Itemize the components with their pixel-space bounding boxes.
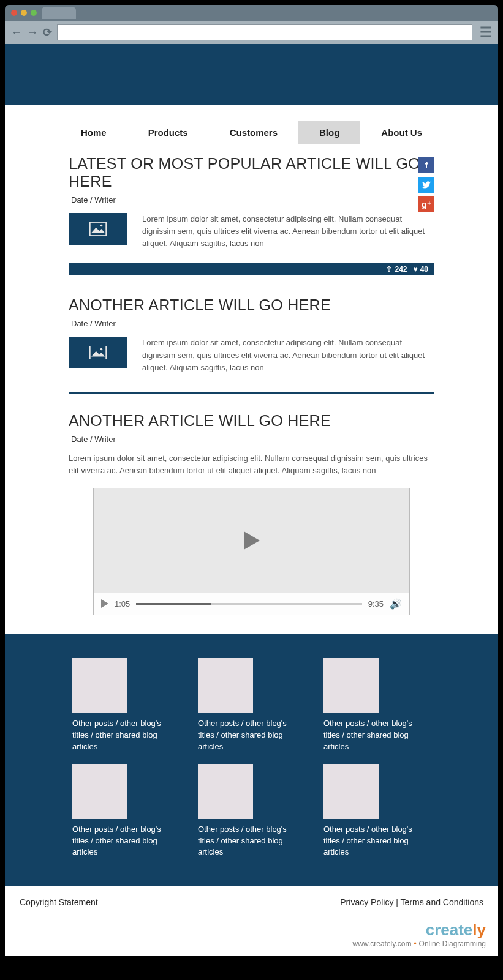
volume-icon[interactable]: 🔊: [390, 598, 402, 610]
privacy-link[interactable]: Privacy Policy: [340, 897, 393, 907]
thumbnail-placeholder: [198, 764, 253, 819]
related-card[interactable]: Other posts / other blog's titles / othe…: [198, 764, 305, 859]
window-minimize-icon[interactable]: [21, 10, 27, 16]
url-input[interactable]: [57, 24, 472, 40]
upload-count: ⇧242: [386, 265, 407, 274]
like-count: ♥40: [414, 265, 428, 274]
main-nav: Home Products Customers Blog About Us: [5, 105, 498, 155]
window-close-icon[interactable]: [11, 10, 17, 16]
page-footer: Copyright Statement Privacy Policy | Ter…: [5, 886, 498, 918]
related-title: Other posts / other blog's titles / othe…: [72, 718, 169, 753]
branding-url: www.creately.com: [353, 940, 412, 948]
article-item: ANOTHER ARTICLE WILL GO HERE Date / Writ…: [5, 412, 498, 615]
article-title: LATEST OR MOST POPULAR ARTICLE WILL GO H…: [69, 155, 434, 190]
svg-rect-0: [90, 222, 106, 236]
googleplus-share-button[interactable]: g⁺: [418, 196, 434, 212]
article-stats-bar: ⇧242 ♥40: [69, 263, 434, 275]
video-current-time: 1:05: [115, 599, 130, 608]
article-meta: Date / Writer: [71, 435, 432, 444]
article-item: ANOTHER ARTICLE WILL GO HERE Date / Writ…: [5, 296, 498, 373]
video-player: 1:05 9:35 🔊: [93, 488, 410, 615]
article-meta: Date / Writer: [71, 195, 432, 204]
branding: creately www.creately.com•Online Diagram…: [5, 918, 498, 956]
related-card[interactable]: Other posts / other blog's titles / othe…: [323, 764, 431, 859]
browser-tab[interactable]: [42, 7, 76, 19]
branding-tagline: Online Diagramming: [419, 940, 486, 948]
svg-point-3: [100, 348, 103, 351]
play-button[interactable]: [101, 599, 108, 608]
article-title: ANOTHER ARTICLE WILL GO HERE: [69, 412, 434, 430]
thumbnail-placeholder: [72, 764, 127, 819]
related-card[interactable]: Other posts / other blog's titles / othe…: [72, 764, 180, 859]
svg-rect-2: [90, 346, 106, 359]
thumbnail-placeholder: [72, 658, 127, 713]
forward-button[interactable]: →: [27, 26, 38, 39]
nav-products[interactable]: Products: [127, 121, 209, 144]
terms-link[interactable]: Terms and Conditions: [401, 897, 483, 907]
featured-article: LATEST OR MOST POPULAR ARTICLE WILL GO H…: [5, 155, 498, 250]
thumbnail-placeholder: [198, 658, 253, 713]
nav-blog[interactable]: Blog: [298, 121, 360, 144]
article-excerpt: Lorem ipsum dolor sit amet, consectetur …: [142, 213, 434, 250]
video-progress-bar[interactable]: [136, 603, 361, 605]
video-total-time: 9:35: [368, 599, 384, 608]
related-title: Other posts / other blog's titles / othe…: [198, 824, 295, 859]
image-placeholder-icon: [69, 337, 127, 368]
related-title: Other posts / other blog's titles / othe…: [323, 824, 420, 859]
related-card[interactable]: Other posts / other blog's titles / othe…: [323, 658, 431, 753]
reload-button[interactable]: ⟳: [43, 26, 52, 39]
twitter-share-button[interactable]: [418, 177, 434, 193]
facebook-share-button[interactable]: f: [418, 157, 434, 173]
video-stage[interactable]: [94, 488, 409, 593]
related-posts: Other posts / other blog's titles / othe…: [5, 634, 498, 886]
nav-about[interactable]: About Us: [360, 121, 443, 144]
related-title: Other posts / other blog's titles / othe…: [323, 718, 420, 753]
article-excerpt: Lorem ipsum dolor sit amet, consectetur …: [69, 452, 434, 477]
copyright-text: Copyright Statement: [20, 897, 98, 907]
thumbnail-placeholder: [323, 658, 379, 713]
article-title: ANOTHER ARTICLE WILL GO HERE: [69, 296, 434, 314]
related-title: Other posts / other blog's titles / othe…: [72, 824, 169, 859]
image-placeholder-icon: [69, 213, 127, 245]
creately-logo: creately: [17, 921, 486, 940]
svg-point-1: [100, 225, 103, 227]
thumbnail-placeholder: [323, 764, 379, 819]
hamburger-menu-icon[interactable]: ☰: [480, 24, 492, 40]
divider: [69, 392, 434, 394]
article-excerpt: Lorem ipsum dolor sit amet, consectetur …: [142, 337, 434, 373]
related-title: Other posts / other blog's titles / othe…: [198, 718, 295, 753]
back-button[interactable]: ←: [11, 26, 22, 39]
browser-tab-bar: [5, 5, 498, 21]
heart-icon: ♥: [414, 265, 418, 274]
related-card[interactable]: Other posts / other blog's titles / othe…: [72, 658, 180, 753]
upload-icon: ⇧: [386, 265, 392, 274]
hero-banner: [5, 44, 498, 105]
play-icon: [244, 531, 260, 550]
nav-home[interactable]: Home: [60, 121, 127, 144]
nav-customers[interactable]: Customers: [209, 121, 298, 144]
related-card[interactable]: Other posts / other blog's titles / othe…: [198, 658, 305, 753]
article-meta: Date / Writer: [71, 319, 432, 328]
window-maximize-icon[interactable]: [31, 10, 37, 16]
